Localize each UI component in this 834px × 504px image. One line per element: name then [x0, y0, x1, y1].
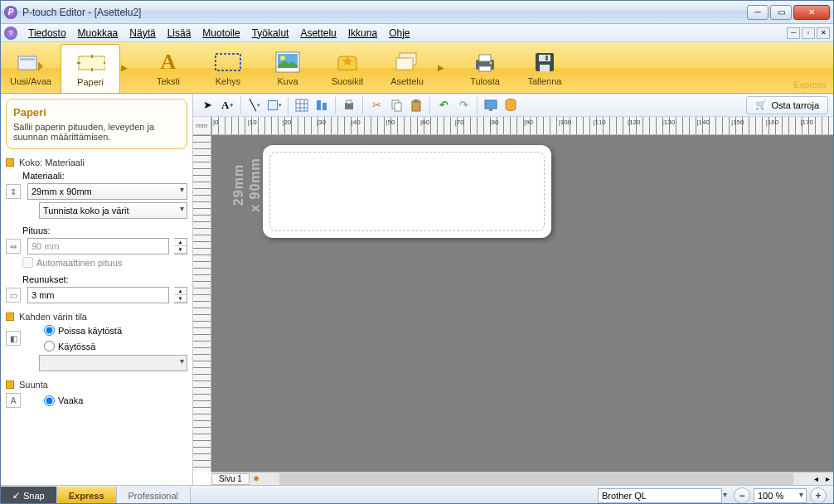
- cut-tool[interactable]: ✂: [367, 96, 385, 114]
- orient-horiz-radio[interactable]: [44, 395, 55, 406]
- svg-point-16: [490, 61, 492, 64]
- twocolor-on-radio[interactable]: [44, 341, 55, 351]
- menu-insert[interactable]: Lisää: [162, 26, 197, 41]
- pointer-tool[interactable]: ➤: [198, 96, 216, 114]
- ribbon-image-label: Kuva: [277, 76, 298, 86]
- detect-select[interactable]: [39, 202, 187, 219]
- margins-spinner[interactable]: ▲▼: [174, 287, 187, 303]
- status-bar: ↙Snap Express Professional − +: [1, 485, 833, 504]
- mdi-minimize-button[interactable]: ─: [787, 27, 800, 39]
- buy-labels-button[interactable]: 🛒 Osta tarroja: [746, 96, 828, 114]
- favorites-icon: [332, 50, 362, 75]
- ribbon-print[interactable]: Tulosta: [455, 42, 515, 93]
- menu-window[interactable]: Ikkuna: [342, 26, 383, 41]
- scroll-left-button[interactable]: ◂: [810, 474, 822, 483]
- text-tool[interactable]: A: [218, 96, 236, 114]
- menu-help[interactable]: Ohje: [383, 26, 415, 41]
- zoom-out-button[interactable]: −: [734, 487, 750, 504]
- snap-arrow-icon: ↙: [12, 490, 20, 501]
- svg-rect-29: [347, 100, 352, 104]
- layout-icon: [392, 50, 422, 75]
- ribbon-image[interactable]: Kuva: [258, 42, 318, 93]
- ribbon-arrow-1[interactable]: ▶: [120, 42, 128, 93]
- twocolor-select: [39, 355, 187, 371]
- ruler-unit: mm: [193, 117, 211, 135]
- zoom-in-button[interactable]: +: [810, 487, 827, 504]
- svg-rect-26: [317, 100, 321, 110]
- horizontal-ruler: |0|10|20|30|40|50|60|70|80|90|100|110|12…: [211, 117, 833, 135]
- vertical-ruler: [193, 135, 211, 472]
- ribbon-favorites-label: Suosikit: [332, 76, 364, 86]
- scroll-right-button[interactable]: ▸: [822, 474, 833, 483]
- print-preview-tool[interactable]: [340, 96, 358, 114]
- material-select[interactable]: [27, 183, 187, 200]
- work-area: ➤ A ╲ ✂ ↶ ↷ 🛒 Osta tarroja: [193, 94, 833, 485]
- mode-snap[interactable]: ↙Snap: [1, 487, 57, 505]
- redo-tool[interactable]: ↷: [454, 96, 473, 114]
- paste-tool[interactable]: [407, 96, 425, 114]
- menu-tools[interactable]: Työkalut: [246, 26, 295, 41]
- ribbon-paper[interactable]: Paperi: [61, 44, 120, 93]
- svg-rect-1: [20, 58, 35, 61]
- ribbon-save[interactable]: Tallenna: [515, 42, 575, 93]
- zoom-select[interactable]: [754, 488, 807, 503]
- margins-input[interactable]: [27, 287, 169, 303]
- undo-tool[interactable]: ↶: [434, 96, 453, 114]
- ribbon-favorites[interactable]: Suosikit: [318, 42, 377, 93]
- screen-tool[interactable]: [482, 96, 500, 114]
- ribbon-mode-label: Express: [793, 80, 827, 90]
- mdi-close-button[interactable]: ✕: [817, 27, 830, 39]
- menu-view[interactable]: Näytä: [124, 26, 161, 41]
- length-spinner[interactable]: ▲▼: [174, 238, 187, 254]
- svg-rect-18: [539, 55, 550, 61]
- copy-tool[interactable]: [387, 96, 405, 114]
- auto-length-checkbox[interactable]: [22, 257, 33, 268]
- orient-horiz-label: Vaaka: [58, 395, 83, 405]
- line-tool[interactable]: ╲: [245, 96, 264, 114]
- label-paper[interactable]: [263, 145, 551, 238]
- length-label: Pituus:: [22, 225, 187, 235]
- ribbon-new-open[interactable]: Uusi/Avaa: [1, 42, 61, 93]
- twocolor-off-radio[interactable]: [44, 325, 55, 336]
- app-icon: P: [4, 6, 17, 19]
- mode-express[interactable]: Express: [57, 487, 117, 505]
- database-tool[interactable]: [502, 96, 520, 114]
- table-tool[interactable]: [293, 96, 311, 114]
- mdi-restore-button[interactable]: ▫: [802, 27, 815, 39]
- ribbon-layout[interactable]: Asettelu: [377, 42, 437, 93]
- maximize-button[interactable]: ▭: [770, 5, 792, 20]
- ribbon: Uusi/Avaa Paperi ▶ A Teksti Kehys Kuva S…: [1, 42, 833, 94]
- menu-format[interactable]: Muotoile: [196, 26, 245, 41]
- svg-rect-7: [216, 54, 240, 70]
- twocolor-icon: ◧: [6, 331, 21, 346]
- length-icon: ⇔: [6, 239, 21, 254]
- ribbon-frame[interactable]: Kehys: [198, 42, 258, 93]
- horizontal-scrollbar[interactable]: [279, 473, 793, 485]
- size-marker-icon: [6, 158, 14, 167]
- svg-rect-14: [479, 55, 491, 61]
- page-tab-1[interactable]: Sivu 1: [211, 473, 250, 485]
- align-tool[interactable]: [313, 96, 331, 114]
- menu-layout[interactable]: Asettelu: [294, 26, 342, 41]
- margins-label: Reunukset:: [22, 274, 187, 284]
- length-input[interactable]: [27, 238, 169, 254]
- ribbon-arrow-2[interactable]: ▶: [437, 42, 445, 93]
- menu-edit[interactable]: Muokkaa: [72, 26, 124, 41]
- mode-professional[interactable]: Professional: [117, 487, 192, 505]
- ribbon-print-label: Tulosta: [470, 76, 500, 86]
- close-button[interactable]: ✕: [793, 5, 830, 20]
- margins-icon: ▭: [6, 288, 21, 303]
- svg-point-10: [280, 56, 285, 61]
- minimize-button[interactable]: ─: [747, 5, 769, 20]
- add-page-icon[interactable]: ✸: [250, 474, 263, 483]
- cart-icon: 🛒: [755, 99, 767, 110]
- ribbon-text[interactable]: A Teksti: [138, 42, 198, 93]
- svg-rect-2: [79, 56, 105, 70]
- svg-rect-15: [479, 66, 491, 71]
- canvas[interactable]: 29mm x 90mm: [211, 135, 833, 472]
- rect-tool[interactable]: [265, 96, 284, 114]
- printer-select[interactable]: [598, 488, 722, 503]
- menu-file[interactable]: Tiedosto: [22, 26, 72, 41]
- image-icon: [273, 50, 303, 75]
- app-menu-icon[interactable]: ?: [4, 27, 17, 40]
